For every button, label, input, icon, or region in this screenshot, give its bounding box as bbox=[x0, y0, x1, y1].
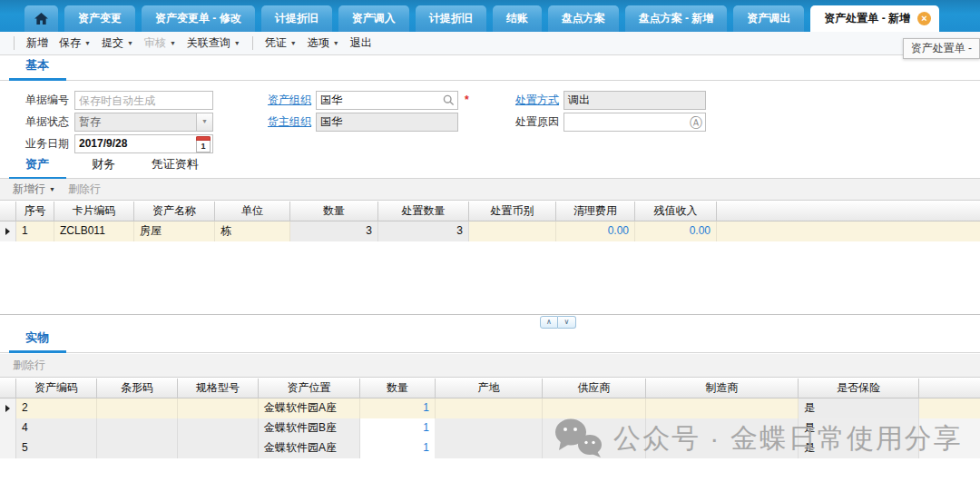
cell-location[interactable]: 金蝶软件园A座 bbox=[259, 438, 360, 458]
delete-row-button[interactable]: 删除行 bbox=[13, 358, 45, 373]
asset-org-input[interactable]: 国华 bbox=[316, 91, 458, 110]
cell-origin[interactable] bbox=[436, 438, 543, 458]
asset-org-link[interactable]: 资产组织 bbox=[257, 91, 311, 110]
tab-tooltip: 资产处置单 - bbox=[903, 38, 980, 59]
tab-depreciation-2[interactable]: 计提折旧 bbox=[416, 5, 486, 32]
tab-asset-disposal-new[interactable]: 资产处置单 - 新增 × bbox=[810, 5, 939, 32]
asset-grid-toolbar: 新增行▼ 删除行 bbox=[0, 179, 980, 201]
tab-finance[interactable]: 财务 bbox=[92, 156, 115, 178]
tab-inventory-plan-new[interactable]: 盘点方案 - 新增 bbox=[625, 5, 728, 32]
tab-voucher-info[interactable]: 凭证资料 bbox=[152, 156, 199, 178]
cell-unit[interactable]: 栋 bbox=[215, 221, 290, 241]
tab-depreciation-1[interactable]: 计提折旧 bbox=[261, 5, 332, 32]
chevron-down-icon: ▼ bbox=[170, 40, 176, 46]
cell-supplier[interactable] bbox=[543, 398, 646, 418]
physical-table-row[interactable]: 2 金蝶软件园A座 1 是 bbox=[0, 398, 980, 418]
bill-no-input[interactable] bbox=[74, 91, 213, 110]
asset-table-row[interactable]: 1 ZCLB011 房屋 栋 3 3 0.00 0.00 bbox=[0, 221, 980, 241]
close-icon[interactable]: × bbox=[917, 12, 931, 25]
col-header[interactable]: 数量 bbox=[290, 202, 378, 221]
cell-qty[interactable]: 1 bbox=[360, 398, 436, 418]
cell-asset-name[interactable]: 房屋 bbox=[134, 221, 215, 241]
audit-button[interactable]: 审核▼ bbox=[139, 35, 181, 51]
delete-row-button[interactable]: 删除行 bbox=[68, 182, 101, 197]
cell-origin[interactable] bbox=[436, 398, 543, 418]
col-header[interactable]: 是否保险 bbox=[799, 379, 919, 398]
tab-closing[interactable]: 结账 bbox=[493, 5, 542, 32]
active-row-marker bbox=[0, 398, 16, 418]
col-header[interactable]: 处置币别 bbox=[469, 202, 556, 221]
disposal-reason-input[interactable]: Ⓐ bbox=[564, 113, 706, 132]
related-query-button[interactable]: 关联查询▼ bbox=[181, 35, 246, 51]
col-header[interactable]: 数量 bbox=[360, 379, 436, 398]
cell-card-no[interactable]: ZCLB011 bbox=[54, 221, 134, 241]
search-icon[interactable] bbox=[443, 94, 455, 112]
exit-button[interactable]: 退出 bbox=[345, 35, 377, 51]
multilanguage-icon[interactable]: Ⓐ bbox=[690, 115, 702, 130]
cell-code[interactable]: 4 bbox=[16, 418, 97, 438]
tab-home[interactable] bbox=[24, 5, 58, 32]
options-button[interactable]: 选项▼ bbox=[302, 35, 345, 51]
calendar-icon[interactable]: 1 bbox=[196, 136, 211, 152]
tab-asset-change-bill-edit[interactable]: 资产变更单 - 修改 bbox=[142, 5, 255, 32]
cell-qty[interactable]: 1 bbox=[360, 418, 436, 438]
physical-grid-toolbar: 删除行 bbox=[0, 354, 980, 378]
owner-org-link[interactable]: 货主组织 bbox=[257, 113, 311, 132]
tab-asset-transfer-in[interactable]: 资产调入 bbox=[338, 5, 409, 32]
col-header[interactable]: 资产编码 bbox=[16, 379, 97, 398]
physical-section-header: 实物 bbox=[0, 330, 980, 353]
collapse-up-icon[interactable]: ∧ bbox=[540, 316, 558, 329]
cell-location[interactable]: 金蝶软件园B座 bbox=[259, 418, 360, 438]
new-button[interactable]: 新增 bbox=[21, 35, 54, 51]
cell-code[interactable]: 5 bbox=[16, 438, 97, 458]
tab-asset-change[interactable]: 资产变更 bbox=[64, 5, 135, 32]
col-header[interactable]: 处置数量 bbox=[378, 202, 469, 221]
tab-physical[interactable]: 实物 bbox=[25, 330, 49, 351]
bill-status-select[interactable]: 暂存 ▼ bbox=[74, 113, 213, 132]
collapse-down-icon[interactable]: ∨ bbox=[558, 316, 576, 329]
col-header[interactable]: 规格型号 bbox=[178, 379, 259, 398]
cell-qty[interactable]: 3 bbox=[290, 221, 378, 241]
col-header-filler bbox=[717, 202, 980, 221]
cell-model[interactable] bbox=[178, 418, 259, 438]
add-row-button[interactable]: 新增行▼ bbox=[13, 182, 55, 197]
tab-inventory-plan[interactable]: 盘点方案 bbox=[548, 5, 619, 32]
cell-clean-fee[interactable]: 0.00 bbox=[556, 221, 635, 241]
cell-model[interactable] bbox=[178, 438, 259, 458]
col-header[interactable]: 序号 bbox=[16, 202, 54, 221]
tab-asset-detail[interactable]: 资产 bbox=[25, 156, 49, 178]
tab-basic[interactable]: 基本 bbox=[25, 57, 49, 79]
col-header[interactable]: 条形码 bbox=[97, 379, 178, 398]
cell-residual-income[interactable]: 0.00 bbox=[635, 221, 717, 241]
row-indicator bbox=[0, 438, 16, 458]
col-header[interactable]: 制造商 bbox=[646, 379, 799, 398]
cell-barcode[interactable] bbox=[97, 398, 178, 418]
col-header[interactable]: 资产名称 bbox=[134, 202, 215, 221]
disposal-mode-link[interactable]: 处置方式 bbox=[505, 91, 559, 110]
col-header[interactable]: 清理费用 bbox=[556, 202, 635, 221]
cell-origin[interactable] bbox=[436, 418, 543, 438]
col-header[interactable]: 单位 bbox=[215, 202, 290, 221]
cell-disposal-qty[interactable]: 3 bbox=[378, 221, 469, 241]
voucher-button[interactable]: 凭证▼ bbox=[260, 35, 302, 51]
save-button[interactable]: 保存▼ bbox=[54, 35, 96, 51]
col-header[interactable]: 卡片编码 bbox=[54, 202, 134, 221]
cell-insured[interactable]: 是 bbox=[799, 398, 919, 418]
cell-location[interactable]: 金蝶软件园A座 bbox=[259, 398, 360, 418]
cell-qty[interactable]: 1 bbox=[360, 438, 436, 458]
cell-barcode[interactable] bbox=[97, 438, 178, 458]
cell-code[interactable]: 2 bbox=[16, 398, 97, 418]
cell-currency[interactable] bbox=[469, 221, 556, 241]
tab-asset-transfer-out[interactable]: 资产调出 bbox=[733, 5, 804, 32]
col-header[interactable]: 资产位置 bbox=[259, 379, 360, 398]
submit-button[interactable]: 提交▼ bbox=[96, 35, 139, 51]
cell-manufacturer[interactable] bbox=[646, 398, 799, 418]
cell-seq[interactable]: 1 bbox=[16, 221, 54, 241]
cell-model[interactable] bbox=[178, 398, 259, 418]
col-header[interactable]: 残值收入 bbox=[635, 202, 717, 221]
col-header[interactable]: 供应商 bbox=[543, 379, 646, 398]
chevron-down-icon[interactable]: ▼ bbox=[196, 113, 212, 131]
cell-barcode[interactable] bbox=[97, 418, 178, 438]
biz-date-input[interactable]: 2017/9/28 1 bbox=[74, 134, 213, 153]
col-header[interactable]: 产地 bbox=[436, 379, 543, 398]
